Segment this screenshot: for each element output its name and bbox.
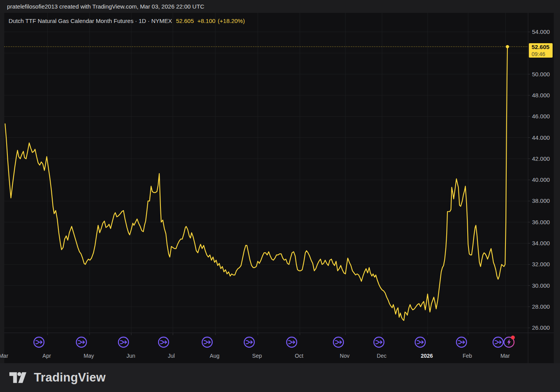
price-tick-label: 30.000 [532,282,554,289]
tradingview-chart-page: { "top_bar": { "text": "pratelefilosofie… [0,0,560,392]
month-label-aug: Aug [210,353,220,359]
contract-switch-icon[interactable] [285,336,298,349]
price-tick-label: 40.000 [532,176,554,183]
last-price-flag: 52.605 09:46 [529,43,553,58]
contract-switch-icon[interactable] [243,336,256,349]
price-tick-label: 50.000 [532,71,554,78]
contract-switch-icon[interactable] [372,336,386,349]
price-change-pct: (+18.20%) [218,18,245,24]
attribution-text: pratelefilosofie2013 created with Tradin… [7,3,204,10]
month-label-jun: Jun [127,353,136,359]
footer-bar: TradingView [0,363,560,392]
flag-price: 52.605 [532,44,553,51]
symbol-title-row[interactable]: Dutch TTF Natural Gas Calendar Month Fut… [9,18,245,24]
price-tick-label: 44.000 [532,134,554,141]
price-tick-label: 26.000 [532,324,554,331]
price-tick-label: 32.000 [532,261,554,268]
month-label-jul: Jul [168,353,175,359]
month-label-sep: Sep [252,353,262,359]
price-tick-label: 42.000 [532,155,554,162]
month-label-mar: Mar [500,353,510,359]
symbol-title: Dutch TTF Natural Gas Calendar Month Fut… [9,18,172,24]
price-change: +8.100 [197,18,215,24]
notification-badge [511,336,515,339]
contract-switch-icon[interactable] [75,336,88,349]
contract-switch-icon[interactable] [157,336,170,349]
contract-switch-icon[interactable] [455,336,468,349]
flash-icon[interactable] [502,336,516,349]
month-label-apr: Apr [42,353,51,359]
price-tick-label: 46.000 [532,113,554,120]
attribution-bar: pratelefilosofie2013 created with Tradin… [0,0,560,13]
month-label-dec: Dec [377,353,387,359]
price-tick-label: 48.000 [532,92,554,99]
price-tick-label: 38.000 [532,197,554,204]
month-label-may: May [84,353,94,359]
price-tick-label: 36.000 [532,219,554,226]
month-label-feb: Feb [463,353,472,359]
month-label-nov: Nov [340,353,350,359]
price-tick-label: 34.000 [532,240,554,247]
last-price: 52.605 [176,18,194,24]
right-margin [554,13,560,363]
tradingview-logo-icon[interactable] [9,371,29,385]
contract-switch-icon[interactable] [117,336,130,349]
tradingview-logo-text[interactable]: TradingView [34,371,106,385]
month-label-2026: 2026 [421,353,433,359]
contract-switch-icon[interactable] [414,336,427,349]
contract-switch-icon[interactable] [201,336,214,349]
price-tick-label: 28.000 [532,303,554,310]
month-label-mar: Mar [0,353,8,359]
price-tick-label: 54.000 [532,28,554,35]
chart-pane[interactable] [4,13,554,363]
flag-time: 09:46 [532,51,553,58]
contract-switch-icon[interactable] [332,336,345,349]
month-label-oct: Oct [295,353,303,359]
contract-switch-icon[interactable] [32,336,46,349]
